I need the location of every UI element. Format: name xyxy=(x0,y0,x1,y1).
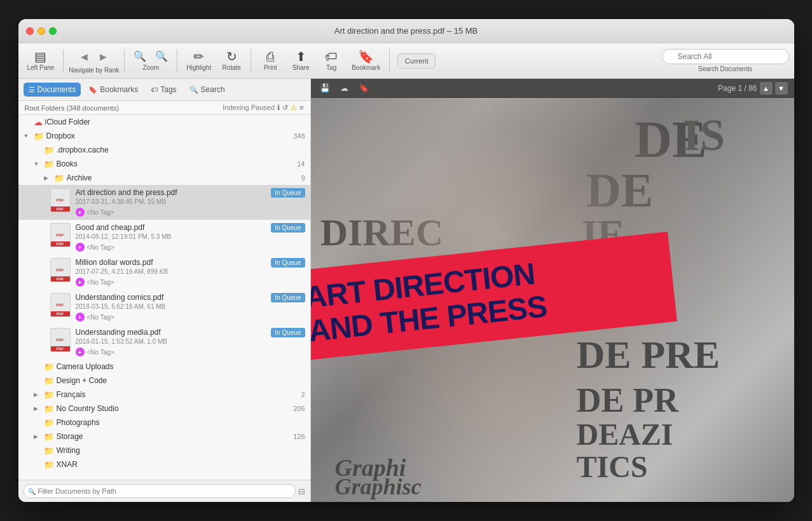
tree-item-books[interactable]: ▼ 📁 Books 14 xyxy=(18,157,310,171)
tree-item-francais[interactable]: ▶ 📁 Français 2 xyxy=(18,388,310,402)
pdf-meta-3: 2018-03-15, 5:62:16 AM, 61 MB xyxy=(76,303,266,310)
info-icon[interactable]: ℹ xyxy=(277,104,280,112)
pdf-name-1: Good and cheap.pdf xyxy=(76,223,266,232)
bg-text-tics: TICS xyxy=(577,449,648,484)
filter-input[interactable] xyxy=(24,484,296,498)
pdf-item-understanding-media[interactable]: PDF PDF Understanding media.pdf 2018-01-… xyxy=(18,325,310,360)
design-code-label: Design + Code xyxy=(57,376,305,385)
tree-item-writing[interactable]: 📁 Writing xyxy=(18,443,310,457)
add-tag-icon-1[interactable]: + xyxy=(76,243,85,252)
bookmarks-icon: 🔖 xyxy=(88,86,97,94)
left-pane-button[interactable]: ▤ Left Pane xyxy=(24,48,58,74)
share-label: Share xyxy=(292,64,310,71)
pdf-page: DE DE IS DIREC JE QUE D LA DIREC DE PRE … xyxy=(311,98,794,502)
tree-item-icloud[interactable]: ☁ iCloud Folder xyxy=(18,115,310,129)
page-text: Page 1 / 86 xyxy=(718,84,757,93)
nav-forward-button[interactable]: ▶ xyxy=(95,48,113,65)
print-button[interactable]: ⎙ Print xyxy=(256,48,284,74)
viewer-toolbar: 💾 ☁ 🔖 Page 1 / 86 ▲ ▼ xyxy=(311,79,794,98)
tab-tags[interactable]: 🏷 Tags xyxy=(146,83,181,97)
pdf-item-good-cheap[interactable]: PDF PDF Good and cheap.pdf 2014-08-12, 1… xyxy=(18,220,310,255)
tree-item-storage[interactable]: ▶ 📁 Storage 126 xyxy=(18,430,310,443)
tab-documents[interactable]: ☰ Documents xyxy=(24,83,81,97)
photographs-label: Photographs xyxy=(57,418,305,427)
bookmark-button[interactable]: 🔖 Bookmark xyxy=(348,48,384,74)
viewer-bookmark-icon[interactable]: 🔖 xyxy=(356,82,371,94)
icloud-icon: ☁ xyxy=(34,117,43,127)
filter-funnel-icon[interactable]: ⊟ xyxy=(298,487,305,496)
add-tag-icon-4[interactable]: + xyxy=(76,348,85,356)
viewer-save-icon[interactable]: 💾 xyxy=(317,82,333,94)
in-queue-badge-3: In Queue xyxy=(271,293,305,302)
pdf-thumb-art-direction: PDF PDF xyxy=(50,188,71,212)
minimize-button[interactable] xyxy=(38,27,45,35)
search-docs-label: Search Documents xyxy=(698,65,752,72)
nav-back-button[interactable]: ◀ xyxy=(76,48,93,65)
archive-count: 9 xyxy=(301,174,305,182)
add-tag-icon-2[interactable]: + xyxy=(76,278,85,287)
pdf-thumb-understanding-media: PDF PDF xyxy=(50,328,71,352)
page-next-button[interactable]: ▼ xyxy=(775,82,788,95)
storage-count: 126 xyxy=(293,433,305,440)
pdf-item-understanding-comics[interactable]: PDF PDF Understanding comics.pdf 2018-03… xyxy=(18,290,310,325)
zoom-in-button[interactable]: 🔍 xyxy=(151,50,172,63)
tree-item-camera-uploads[interactable]: 📁 Camera Uploads xyxy=(18,360,310,374)
pdf-item-million-words[interactable]: PDF PDF Million dollar words.pdf 2017-07… xyxy=(18,255,310,290)
nav-buttons: ◀ ▶ xyxy=(76,48,113,65)
add-tag-icon-3[interactable]: + xyxy=(76,313,85,321)
pdf-info-understanding-comics: Understanding comics.pdf 2018-03-15, 5:6… xyxy=(76,293,266,321)
zoom-out-button[interactable]: 🔍 xyxy=(130,50,150,63)
xnar-icon: 📁 xyxy=(44,460,54,470)
filter-wrapper: 🔍 xyxy=(24,484,296,498)
rotate-button[interactable]: ↻ Rotate xyxy=(217,48,245,74)
close-button[interactable] xyxy=(26,27,34,35)
rotate-label: Rotate xyxy=(222,64,240,71)
menu-icon[interactable]: ≡ xyxy=(299,104,303,112)
add-tag-icon-0[interactable]: + xyxy=(76,208,85,217)
tree-item-dropbox[interactable]: ▼ 📁 Dropbox 348 xyxy=(18,129,310,143)
tree-item-no-country-studio[interactable]: ▶ 📁 No Country Studio 206 xyxy=(18,402,310,416)
viewer-cloud-icon[interactable]: ☁ xyxy=(338,82,351,94)
refresh-icon[interactable]: ↺ xyxy=(282,104,288,112)
separator-5 xyxy=(389,50,390,72)
left-pane-label: Left Pane xyxy=(27,64,55,71)
pdf-viewer: 💾 ☁ 🔖 Page 1 / 86 ▲ ▼ DE DE IS xyxy=(311,79,794,502)
pdf-meta-4: 2018-01-15, 1:53:52 AM, 1.0 MB xyxy=(76,338,266,345)
pdf-tag-0: + <No Tag> xyxy=(76,208,266,217)
tree-item-photographs[interactable]: 📁 Photographs xyxy=(18,416,310,430)
dropbox-arrow: ▼ xyxy=(24,133,31,139)
search-tab-icon: 🔍 xyxy=(189,86,198,94)
pdf-item-art-direction[interactable]: PDF PDF Art direction and the press.pdf … xyxy=(18,185,310,220)
nav-label: Navigate by Rank xyxy=(69,67,119,74)
separator-4 xyxy=(251,50,251,72)
pdf-tag-label-2: <No Tag> xyxy=(87,279,114,286)
tree-item-dropbox-cache[interactable]: 📁 .dropbox.cache xyxy=(18,143,310,157)
pdf-thumb-understanding-comics: PDF PDF xyxy=(50,293,71,317)
maximize-button[interactable] xyxy=(49,27,57,35)
highlight-label: Highlight xyxy=(186,64,211,71)
tree-item-xnar[interactable]: 📁 XNAR xyxy=(18,457,310,471)
xnar-label: XNAR xyxy=(57,460,305,469)
left-pane-icon: ▤ xyxy=(34,50,46,63)
sidebar-tree[interactable]: ☁ iCloud Folder ▼ 📁 Dropbox 348 📁 .dropb… xyxy=(18,115,310,480)
writing-label: Writing xyxy=(57,446,305,455)
page-prev-button[interactable]: ▲ xyxy=(760,82,773,95)
warning-icon[interactable]: ⚠ xyxy=(291,104,297,112)
tree-item-archive[interactable]: ▶ 📁 Archive 9 xyxy=(18,171,310,185)
tab-search[interactable]: 🔍 Search xyxy=(184,83,230,97)
share-button[interactable]: ⬆ Share xyxy=(287,48,315,74)
sidebar-tabs: ☰ Documents 🔖 Bookmarks 🏷 Tags 🔍 Search xyxy=(18,79,310,101)
pdf-tag-label-4: <No Tag> xyxy=(87,349,114,356)
titlebar: Art direction and the press.pdf – 15 MB xyxy=(18,19,794,43)
search-input[interactable] xyxy=(662,49,789,64)
pdf-name-0: Art direction and the press.pdf xyxy=(76,188,266,197)
tag-button[interactable]: 🏷 Tag xyxy=(317,48,345,74)
camera-uploads-label: Camera Uploads xyxy=(57,362,305,371)
sidebar-filter: 🔍 ⊟ xyxy=(18,480,310,502)
tree-item-design-code[interactable]: 📁 Design + Code xyxy=(18,374,310,388)
in-queue-badge-1: In Queue xyxy=(271,223,305,233)
highlight-button[interactable]: ✏ Highlight xyxy=(182,48,215,74)
tab-bookmarks[interactable]: 🔖 Bookmarks xyxy=(83,83,143,97)
bg-text-graphisc: Graphisc xyxy=(335,473,422,500)
traffic-lights xyxy=(26,27,57,35)
